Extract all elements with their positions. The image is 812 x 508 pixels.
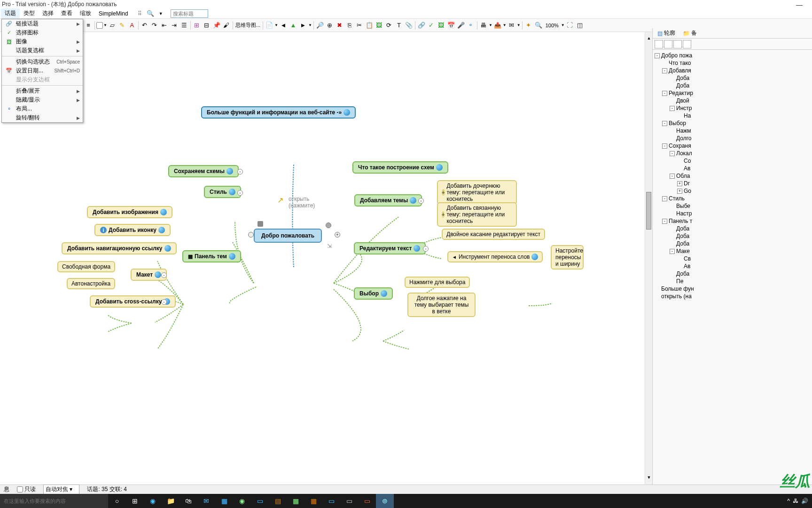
brush-icon[interactable]: 🖌 [222, 21, 231, 30]
collapse-icon[interactable]: - [237, 190, 243, 196]
outline-item[interactable]: Двой [655, 97, 810, 104]
zoom-level[interactable]: 100% [544, 23, 561, 28]
node-add-nav[interactable]: Добавить навигационную ссылку [62, 242, 177, 254]
edge-icon[interactable]: ◉ [144, 494, 162, 508]
indent-icon[interactable]: ⇥ [170, 21, 179, 30]
app3-icon[interactable]: ▭ [251, 494, 269, 508]
pin-icon[interactable]: 📌 [212, 21, 221, 30]
left-handle-icon[interactable] [248, 232, 254, 238]
system-tray[interactable]: ^ 🖧 🔊 [787, 498, 812, 504]
zoom-in-icon[interactable]: ⊕ [325, 21, 335, 30]
outline-item[interactable]: -Добавля [655, 67, 810, 74]
node-auto-tune[interactable]: Автонастройка [67, 278, 115, 289]
paste-icon[interactable]: 📋 [365, 21, 374, 30]
merge-icon[interactable]: ⊟ [202, 21, 211, 30]
node-free-form[interactable]: Свободная форма [57, 261, 115, 272]
redo-icon[interactable]: ↷ [150, 21, 159, 30]
node-add-related[interactable]: +Добавить связанную тему: перетащите или… [437, 202, 517, 227]
outline-item[interactable]: -Локал [655, 150, 810, 157]
tab-other[interactable]: 📁备 [680, 28, 700, 38]
outline-item[interactable]: -Панель т [655, 217, 810, 225]
attach-icon[interactable]: 📎 [404, 21, 414, 30]
dm-checkbox[interactable]: 话题复选框▶ [2, 46, 83, 55]
outdent-icon[interactable]: ⇤ [160, 21, 169, 30]
sp-btn-4[interactable] [683, 40, 691, 48]
outline-item[interactable]: открыть (на [655, 293, 810, 300]
voice-icon[interactable]: 🎤 [456, 21, 466, 30]
outline-item[interactable]: Доба [655, 82, 810, 89]
tab-outline[interactable]: ▤轮廓 [655, 28, 678, 38]
canvas-scrollbar[interactable]: ▲ ▼ [645, 32, 652, 485]
cut-icon[interactable]: ✂ [355, 21, 364, 30]
node-double-tap[interactable]: Двойное касание редактирует текст [442, 229, 545, 240]
outline-item[interactable]: Доба [655, 74, 810, 82]
collapse-icon[interactable]: - [161, 272, 167, 278]
outline-item[interactable]: -Выбор [655, 119, 810, 127]
compass-icon[interactable]: ✦ [524, 21, 533, 30]
node-style[interactable]: Стиль [204, 186, 241, 198]
outline-item[interactable]: Доба [655, 240, 810, 247]
image-icon[interactable]: 🖼 [375, 21, 384, 30]
simplemind-icon[interactable]: ⊚ [376, 494, 394, 508]
sp-btn-3[interactable] [673, 40, 682, 48]
cortana-icon[interactable]: ○ [108, 494, 126, 508]
highlight-icon[interactable]: ✎ [117, 21, 127, 30]
outline-item[interactable]: -Обла [655, 172, 810, 180]
search-input[interactable] [171, 9, 208, 18]
outline-item[interactable]: -Стиль [655, 195, 810, 202]
tray-volume-icon[interactable]: 🔊 [801, 498, 808, 504]
app4-icon[interactable]: ▤ [269, 494, 287, 508]
node-edit-text[interactable]: Редактируем текст [354, 242, 426, 254]
copy-icon[interactable]: ⎘ [345, 21, 354, 30]
outline-item[interactable]: Доба [655, 232, 810, 240]
note-icon[interactable] [258, 221, 263, 227]
menu-type[interactable]: 类型 [20, 8, 39, 18]
fill-color-icon[interactable] [96, 22, 103, 29]
node-selection[interactable]: Выбор [354, 287, 393, 300]
explorer-icon[interactable]: 📁 [162, 494, 180, 508]
node-add-images[interactable]: Добавить изображения [87, 206, 172, 218]
zoom-fit-icon[interactable]: 🔍 [534, 21, 543, 30]
app2-icon[interactable]: ◉ [233, 494, 251, 508]
app7-icon[interactable]: ▭ [322, 494, 340, 508]
node-wrap-config[interactable]: Настройте переносы и ширину [551, 245, 584, 270]
send-icon[interactable]: ✉ [507, 21, 516, 30]
dm-rotate[interactable]: 旋转/翻转▶ [2, 113, 83, 122]
dm-toggle-check[interactable]: 切换勾选状态Ctrl+Space [2, 57, 83, 66]
rotate-icon[interactable]: ⟳ [384, 21, 394, 30]
date-icon[interactable]: 📅 [446, 21, 456, 30]
outline-item[interactable]: Что тако [655, 59, 810, 67]
menu-view[interactable]: 查看 [57, 8, 76, 18]
outline-item[interactable]: -Маке [655, 247, 810, 255]
mindmap-canvas[interactable]: Больше функций и информации на веб-сайте… [0, 32, 652, 485]
delete-icon[interactable]: ✖ [335, 21, 344, 30]
node-long-press[interactable]: Долгое нажатие на тему выбирает темы в в… [407, 293, 476, 317]
outline-item[interactable]: Доба [655, 225, 810, 232]
mindmap-label[interactable]: 思维导图... [234, 22, 261, 29]
share-icon[interactable]: ⚬ [466, 21, 476, 30]
outline-item[interactable]: Со [655, 157, 810, 165]
outline-item[interactable]: Ав [655, 165, 810, 172]
sp-btn-2[interactable] [664, 40, 672, 48]
node-banner[interactable]: Больше функций и информации на веб-сайте… [201, 106, 356, 119]
node-click-select[interactable]: Нажмите для выбора [405, 277, 470, 288]
collapse-icon[interactable]: - [161, 299, 167, 305]
outline-item[interactable]: +Go [655, 187, 810, 195]
app5-icon[interactable]: ▦ [287, 494, 304, 508]
expand-handle-icon[interactable]: ⇲ [327, 243, 332, 249]
node-word-wrap[interactable]: ◄Инструмент переноса слов [447, 251, 543, 262]
taskbar-search[interactable] [0, 494, 108, 508]
outline-item[interactable]: +Dr [655, 180, 810, 187]
node-themes-panel[interactable]: ▦Панель тем [182, 250, 241, 262]
outline-item[interactable]: -Добро пожа [655, 52, 810, 59]
node-what-is[interactable]: Что такое построение схем [352, 161, 448, 174]
outline-item[interactable]: Настр [655, 210, 810, 217]
dm-set-date[interactable]: 📅设置日期...Shift+Ctrl+D [2, 66, 83, 75]
collapse-icon[interactable]: - [418, 198, 424, 204]
app1-icon[interactable]: ▦ [215, 494, 233, 508]
dm-layout[interactable]: ⚬布局... [2, 104, 83, 113]
node-center[interactable]: Добро пожаловать [254, 229, 322, 243]
text-tool-icon[interactable]: T [394, 21, 404, 30]
tray-network-icon[interactable]: 🖧 [793, 498, 798, 504]
export-icon[interactable]: 📤 [493, 21, 502, 30]
